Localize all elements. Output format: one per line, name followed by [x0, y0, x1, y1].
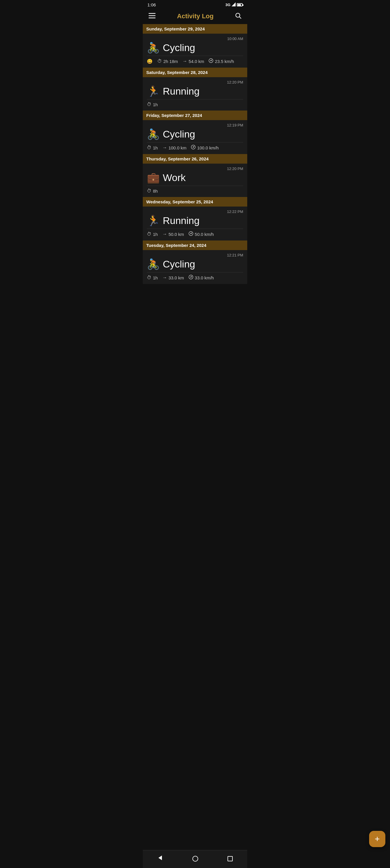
stat-value: 2h 18m: [163, 59, 178, 64]
speed-icon: [209, 58, 213, 64]
app-title: Activity Log: [157, 12, 234, 20]
search-button[interactable]: [234, 11, 243, 21]
stat-value: 50.0 km/h: [195, 232, 214, 237]
app-bar: Activity Log: [143, 8, 247, 24]
card-title-row: 🏃 Running: [147, 215, 243, 226]
battery-icon: [237, 3, 243, 6]
stat-speed: 23.5 km/h: [209, 58, 234, 64]
timer-icon: ⏱: [147, 145, 151, 150]
card-title-row: 🚴 Cycling: [147, 258, 243, 270]
stat-distance: → 54.0 km: [182, 59, 204, 64]
activity-name: Work: [163, 172, 186, 183]
stat-speed: 50.0 km/h: [189, 231, 214, 237]
activity-icon: 🚴: [147, 129, 160, 140]
stat-value: 1h: [153, 145, 158, 150]
activity-card-running-sep25[interactable]: 12:22 PM 🏃 Running ⏱ 1h → 50.0 km: [143, 207, 247, 241]
stat-speed: 33.0 km/h: [189, 275, 214, 281]
svg-point-8: [211, 60, 211, 61]
stat-value: 100.0 km: [169, 145, 187, 150]
date-header-sep28: Saturday, September 28, 2024: [143, 68, 247, 77]
stat-value: 1h: [153, 232, 158, 237]
card-title-row: 🚴 Cycling: [147, 42, 243, 53]
distance-icon: →: [162, 231, 167, 237]
date-header-sep24: Tuesday, September 24, 2024: [143, 241, 247, 250]
timer-icon: ⏱: [157, 59, 162, 64]
stat-value: 1h: [153, 275, 158, 280]
card-stats: ⏱ 1h → 33.0 km 33.0 km/h: [147, 275, 243, 281]
svg-rect-2: [149, 16, 155, 16]
date-header-sep25: Wednesday, September 25, 2024: [143, 197, 247, 207]
activity-icon: 💼: [147, 173, 160, 183]
activity-card-running-sep28[interactable]: 12:20 PM 🏃 Running ⏱ 1h: [143, 77, 247, 111]
stat-duration: ⏱ 1h: [147, 145, 158, 150]
stat-duration: ⏱ 1h: [147, 275, 158, 280]
activity-card-cycling-sep29[interactable]: 10:00 AM 🚴 Cycling 😀 ⏱ 2h 18m → 54.0 km: [143, 34, 247, 68]
menu-button[interactable]: [147, 12, 157, 21]
speed-icon: [189, 231, 193, 237]
svg-line-5: [239, 17, 241, 19]
timer-icon: ⏱: [147, 231, 151, 237]
timer-icon: ⏱: [147, 102, 151, 107]
card-stats: 😀 ⏱ 2h 18m → 54.0 km 23.5 km/h: [147, 58, 243, 64]
status-time: 1:06: [147, 2, 156, 7]
activity-name: Cycling: [163, 42, 195, 53]
stat-value: 1h: [153, 102, 158, 107]
activity-card-cycling-sep27[interactable]: 12:19 PM 🚴 Cycling ⏱ 1h → 100.0 km: [143, 120, 247, 154]
activity-name: Running: [163, 86, 200, 97]
date-header-sep27: Friday, September 27, 2024: [143, 111, 247, 120]
card-time: 12:22 PM: [147, 210, 243, 214]
stat-duration: ⏱ 1h: [147, 231, 158, 237]
svg-point-4: [236, 13, 240, 18]
stat-value: 33.0 km: [169, 275, 184, 280]
card-stats: ⏱ 1h → 100.0 km 100.0 km/h: [147, 145, 243, 151]
activity-name: Cycling: [163, 128, 195, 140]
activity-card-cycling-sep24[interactable]: 12:21 PM 🚴 Cycling ⏱ 1h → 33.0 km: [143, 250, 247, 284]
svg-rect-3: [149, 18, 155, 19]
timer-icon: ⏱: [147, 188, 151, 193]
card-title-row: 🏃 Running: [147, 86, 243, 97]
distance-icon: →: [182, 59, 187, 64]
status-bar: 1:06 3G: [143, 0, 247, 8]
mood-icon: 😀: [147, 59, 153, 64]
status-icons: 3G: [226, 2, 243, 7]
timer-icon: ⏱: [147, 275, 151, 280]
stat-duration: ⏱ 8h: [147, 188, 158, 193]
card-time: 10:00 AM: [147, 36, 243, 41]
card-stats: ⏱ 1h → 50.0 km 50.0 km/h: [147, 231, 243, 237]
activity-icon: 🏃: [147, 216, 160, 226]
svg-point-11: [193, 147, 193, 147]
distance-icon: →: [162, 275, 167, 280]
svg-marker-0: [232, 2, 236, 6]
activity-list: Sunday, September 29, 2024 10:00 AM 🚴 Cy…: [143, 24, 247, 307]
card-title-row: 🚴 Cycling: [147, 128, 243, 140]
stat-value: 54.0 km: [189, 59, 204, 64]
stat-distance: → 100.0 km: [162, 145, 187, 150]
stat-duration: ⏱ 1h: [147, 102, 158, 107]
network-label: 3G: [226, 3, 231, 7]
stat-speed: 100.0 km/h: [191, 145, 218, 151]
stat-distance: → 50.0 km: [162, 231, 184, 237]
card-time: 12:20 PM: [147, 80, 243, 85]
signal-icon: [232, 2, 236, 7]
stat-value: 33.0 km/h: [195, 275, 214, 280]
activity-card-work-sep26[interactable]: 12:20 PM 💼 Work ⏱ 8h: [143, 164, 247, 197]
stat-value: 50.0 km: [169, 232, 184, 237]
stat-value: 23.5 km/h: [215, 59, 234, 64]
stat-value: 100.0 km/h: [197, 145, 218, 150]
activity-name: Running: [163, 215, 200, 226]
activity-icon: 🏃: [147, 86, 160, 97]
card-time: 12:20 PM: [147, 166, 243, 171]
svg-point-14: [191, 233, 191, 234]
svg-rect-1: [149, 13, 155, 14]
card-time: 12:19 PM: [147, 123, 243, 127]
card-stats: ⏱ 8h: [147, 188, 243, 193]
activity-name: Cycling: [163, 258, 195, 270]
stat-mood: 😀: [147, 59, 153, 64]
date-header-sep29: Sunday, September 29, 2024: [143, 24, 247, 34]
activity-icon: 🚴: [147, 259, 160, 270]
stat-distance: → 33.0 km: [162, 275, 184, 280]
card-stats: ⏱ 1h: [147, 102, 243, 107]
activity-icon: 🚴: [147, 43, 160, 53]
speed-icon: [189, 275, 193, 281]
stat-duration: ⏱ 2h 18m: [157, 59, 178, 64]
